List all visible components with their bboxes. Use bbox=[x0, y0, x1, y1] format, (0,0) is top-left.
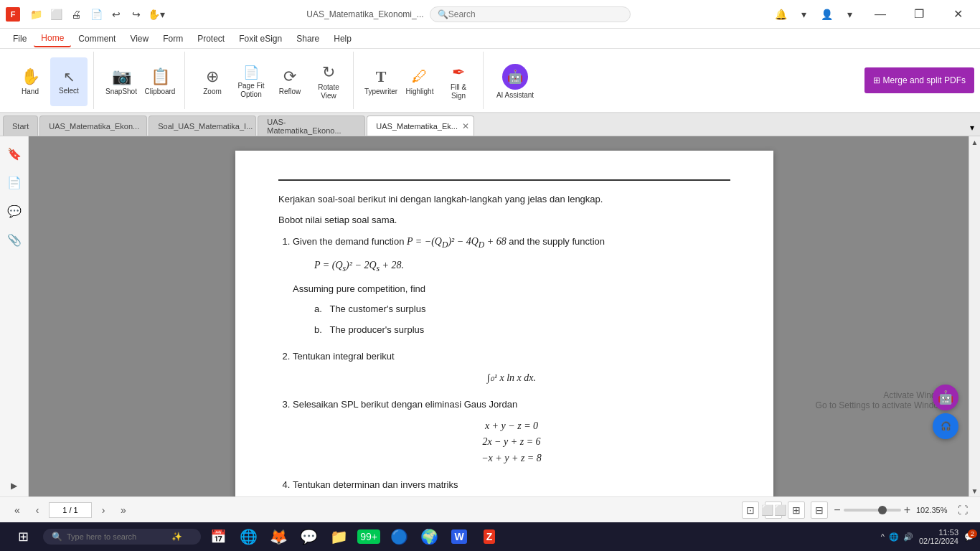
volume-icon[interactable]: 🔊 bbox=[903, 532, 913, 542]
sidebar-attach-icon[interactable]: 📎 bbox=[3, 228, 26, 251]
scroll-down-button[interactable]: ▼ bbox=[969, 485, 981, 496]
tab-uas1[interactable]: UAS_Matematika_Ekon... bbox=[39, 116, 147, 136]
question-3: Selesaikan SPL berikut dengan eliminasi … bbox=[293, 397, 730, 466]
redo-icon[interactable]: ↪ bbox=[128, 6, 145, 23]
clipboard-button[interactable]: 📋 Clipboard bbox=[141, 57, 179, 106]
menu-view[interactable]: View bbox=[123, 31, 156, 47]
menu-comment[interactable]: Comment bbox=[71, 31, 123, 47]
clock[interactable]: 11:53 02/12/2024 bbox=[919, 528, 958, 545]
menu-share[interactable]: Share bbox=[289, 31, 326, 47]
hand-dropdown-icon[interactable]: ✋▾ bbox=[148, 6, 165, 23]
chevron-up-icon[interactable]: ^ bbox=[881, 532, 885, 541]
taskbar-search-input[interactable] bbox=[67, 532, 167, 541]
undo-icon[interactable]: ↩ bbox=[108, 6, 125, 23]
q4-text: Tentukan determinan dan invers matriks bbox=[293, 478, 730, 493]
audio-floating-button[interactable]: 🎧 bbox=[933, 413, 958, 439]
compare-view-button[interactable]: ⊟ bbox=[811, 501, 828, 519]
tab-dropdown[interactable]: ▾ bbox=[967, 120, 977, 136]
taskbar-chrome2[interactable]: 🌍 bbox=[415, 522, 443, 551]
taskbar-firefox[interactable]: 🦊 bbox=[264, 522, 293, 551]
sidebar-bookmark-icon[interactable]: 🔖 bbox=[3, 142, 26, 165]
main-area: 🔖 📄 💬 📎 ▶ Kerjakan soal-soal berikut ini… bbox=[0, 136, 980, 496]
taskbar-app1[interactable]: 99+ bbox=[354, 522, 383, 551]
first-page-button[interactable]: « bbox=[9, 501, 26, 519]
taskbar-task-view[interactable]: 📅 bbox=[204, 522, 232, 551]
right-scrollbar[interactable]: ▲ ▼ bbox=[969, 136, 980, 496]
grid-view-button[interactable]: ⊞ bbox=[788, 501, 805, 519]
network-icon[interactable]: 🌐 bbox=[889, 532, 899, 542]
sidebar-expand-arrow[interactable]: ▶ bbox=[11, 481, 17, 491]
taskbar-edge[interactable]: 🌐 bbox=[234, 522, 263, 551]
menu-esign[interactable]: Foxit eSign bbox=[232, 31, 289, 47]
prev-page-button[interactable]: ‹ bbox=[29, 501, 46, 519]
new-icon[interactable]: 📄 bbox=[88, 6, 105, 23]
hand-tool-button[interactable]: ✋ Hand bbox=[11, 57, 49, 106]
ai-assistant-button[interactable]: 🤖 AI Assistant bbox=[492, 57, 538, 106]
page-input[interactable] bbox=[49, 502, 92, 518]
scroll-up-button[interactable]: ▲ bbox=[969, 136, 981, 148]
reflow-button[interactable]: ⟳ Reflow bbox=[271, 57, 308, 106]
next-page-button[interactable]: › bbox=[95, 501, 112, 519]
close-button[interactable]: ✕ bbox=[941, 0, 974, 29]
menu-form[interactable]: Form bbox=[156, 31, 190, 47]
tab-soal[interactable]: Soal_UAS_Matematika_I... bbox=[149, 116, 256, 136]
pagefit-button[interactable]: 📄 Page Fit Option bbox=[232, 57, 270, 106]
user-icon[interactable]: 👤 bbox=[818, 6, 835, 23]
highlight-button[interactable]: 🖊 Highlight bbox=[401, 57, 438, 106]
zoom-slider-thumb[interactable] bbox=[878, 506, 887, 514]
app-logo[interactable]: F bbox=[6, 7, 20, 22]
typewriter-button[interactable]: T Typewriter bbox=[362, 57, 400, 106]
user-dropdown[interactable]: ▾ bbox=[841, 6, 858, 23]
taskbar-search[interactable]: 🔍 ✨ bbox=[43, 529, 201, 545]
clipboard-icon: 📋 bbox=[151, 67, 170, 86]
taskbar-foxit[interactable]: Z bbox=[475, 522, 504, 551]
search-bar[interactable]: 🔍 bbox=[430, 6, 631, 22]
tab-uas3-label: UAS_Matematika_Ek... bbox=[376, 122, 458, 131]
zoom-in-button[interactable]: + bbox=[904, 504, 910, 517]
menu-protect[interactable]: Protect bbox=[190, 31, 232, 47]
document-viewer[interactable]: Kerjakan soal-soal berikut ini dengan la… bbox=[29, 136, 980, 496]
rotate-view-button[interactable]: ↻ Rotate View bbox=[310, 57, 347, 106]
minimize-button[interactable]: — bbox=[864, 0, 897, 29]
edge-icon: 🌐 bbox=[240, 528, 258, 545]
zoom-button[interactable]: ⊕ Zoom bbox=[194, 57, 231, 106]
taskbar-chrome1[interactable]: 🔵 bbox=[385, 522, 413, 551]
tab-uas2[interactable]: UAS-Matematika_Ekono... bbox=[258, 116, 365, 136]
sidebar-comment-icon[interactable]: 💬 bbox=[3, 199, 26, 222]
print-icon[interactable]: 🖨 bbox=[67, 6, 85, 23]
fullscreen-button[interactable]: ⛶ bbox=[954, 501, 971, 519]
q1b: b. The producer's surplus bbox=[314, 323, 730, 338]
zoom-out-button[interactable]: − bbox=[834, 504, 840, 517]
notification-icon[interactable]: 🔔 bbox=[772, 6, 789, 23]
taskbar-explorer[interactable]: 📁 bbox=[324, 522, 353, 551]
restore-icon[interactable]: ⬜ bbox=[47, 6, 65, 23]
two-page-button[interactable]: ⬜⬜ bbox=[765, 501, 782, 519]
menu-file[interactable]: File bbox=[6, 31, 34, 47]
open-file-icon[interactable]: 📁 bbox=[27, 6, 44, 23]
pagefit-icon: 📄 bbox=[243, 65, 259, 80]
snapshot-button[interactable]: 📷 SnapShot bbox=[103, 57, 140, 106]
notification-center[interactable]: 💬 2 bbox=[964, 532, 974, 542]
sidebar-page-icon[interactable]: 📄 bbox=[3, 171, 26, 194]
taskbar-chat[interactable]: 💬 bbox=[294, 522, 323, 551]
menu-help[interactable]: Help bbox=[326, 31, 359, 47]
tab-uas3-close[interactable]: ✕ bbox=[462, 121, 469, 131]
notification-dropdown[interactable]: ▾ bbox=[795, 6, 812, 23]
merge-icon: ⊞ bbox=[873, 75, 880, 85]
single-view-button[interactable]: ⊡ bbox=[742, 501, 759, 519]
fill-sign-button[interactable]: ✒ Fill & Sign bbox=[440, 57, 477, 106]
select-tool-button[interactable]: ↖ Select bbox=[50, 57, 88, 106]
explorer-icon: 📁 bbox=[330, 528, 348, 545]
start-button[interactable]: ⊞ bbox=[6, 522, 40, 551]
tab-uas3[interactable]: UAS_Matematika_Ek... ✕ bbox=[367, 116, 474, 136]
restore-button[interactable]: ❐ bbox=[903, 0, 936, 29]
zoom-slider[interactable] bbox=[844, 509, 901, 512]
last-page-button[interactable]: » bbox=[115, 501, 132, 519]
taskbar-word[interactable]: W bbox=[445, 522, 473, 551]
merge-split-button[interactable]: ⊞ Merge and split PDFs bbox=[864, 67, 974, 93]
menu-home[interactable]: Home bbox=[34, 30, 71, 47]
ai-floating-button[interactable]: 🤖 bbox=[933, 385, 958, 410]
q2-text: Tentukan integral berikut bbox=[293, 349, 730, 364]
tab-start[interactable]: Start bbox=[3, 116, 38, 136]
search-input[interactable] bbox=[448, 9, 621, 19]
